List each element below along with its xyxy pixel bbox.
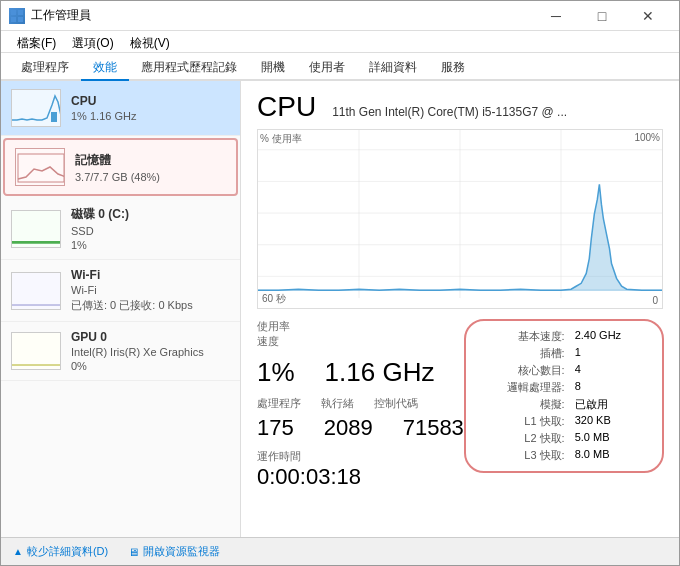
sidebar-item-gpu[interactable]: GPU 0 Intel(R) Iris(R) Xe Graphics 0% [1, 322, 240, 381]
disk-info: 磁碟 0 (C:) SSD 1% [71, 206, 230, 251]
wifi-speed: 已傳送: 0 已接收: 0 Kbps [71, 298, 230, 313]
speed-label: 速度 [257, 334, 290, 349]
handles-label: 控制代碼 [374, 396, 418, 411]
title-bar: 工作管理員 ─ □ ✕ [1, 1, 679, 31]
virt-label: 模擬: [478, 397, 565, 412]
sidebar-item-memory-wrapper: 記憶體 3.7/7.7 GB (48%) [1, 136, 240, 198]
cores-value: 4 [575, 363, 650, 378]
maximize-button[interactable]: □ [579, 1, 625, 31]
cpu-label: CPU [71, 94, 230, 108]
l3-label: L3 快取: [478, 448, 565, 463]
wifi-thumbnail [11, 272, 61, 310]
tab-app-history[interactable]: 應用程式歷程記錄 [129, 53, 249, 81]
minimize-button[interactable]: ─ [533, 1, 579, 31]
detail-header: CPU 11th Gen Intel(R) Core(TM) i5-1135G7… [257, 91, 663, 123]
tab-bar: 處理程序 效能 應用程式歷程記錄 開機 使用者 詳細資料 服務 [1, 53, 679, 81]
gpu-thumbnail [11, 332, 61, 370]
monitor-icon: 🖥 [128, 546, 139, 558]
handles-value: 71583 [403, 415, 464, 441]
specs-panel: 基本速度: 2.40 GHz 插槽: 1 核心數目: 4 邏輯處理器: 8 模擬… [464, 319, 664, 473]
chart-y-max: 100% [634, 132, 660, 143]
processes-value: 175 [257, 415, 294, 441]
uptime-value: 0:00:03:18 [257, 464, 361, 489]
chart-time-left: 60 秒 [262, 292, 286, 306]
collapse-link[interactable]: ▲ 較少詳細資料(D) [13, 544, 108, 559]
tab-processes[interactable]: 處理程序 [9, 53, 81, 81]
svg-rect-3 [18, 17, 23, 22]
sockets-value: 1 [575, 346, 650, 361]
resource-monitor-link[interactable]: 🖥 開啟資源監視器 [128, 544, 220, 559]
usage-label: 使用率 [257, 319, 290, 334]
tab-startup[interactable]: 開機 [249, 53, 297, 81]
sidebar-item-disk[interactable]: 磁碟 0 (C:) SSD 1% [1, 198, 240, 260]
cpu-usage: 1% 1.16 GHz [71, 110, 230, 122]
l2-value: 5.0 MB [575, 431, 650, 446]
tab-users[interactable]: 使用者 [297, 53, 357, 81]
menu-bar: 檔案(F) 選項(O) 檢視(V) [1, 31, 679, 53]
title-controls: ─ □ ✕ [533, 1, 671, 31]
cores-label: 核心數目: [478, 363, 565, 378]
memory-usage: 3.7/7.7 GB (48%) [75, 171, 226, 183]
l1-label: L1 快取: [478, 414, 565, 429]
tab-details[interactable]: 詳細資料 [357, 53, 429, 81]
cpu-chart: % 使用率 100% 60 秒 0 [257, 129, 663, 309]
disk-label: 磁碟 0 (C:) [71, 206, 230, 223]
menu-file[interactable]: 檔案(F) [9, 33, 64, 50]
gpu-info: GPU 0 Intel(R) Iris(R) Xe Graphics 0% [71, 330, 230, 372]
usage-value: 1% [257, 357, 295, 388]
sockets-label: 插槽: [478, 346, 565, 361]
disk-type: SSD [71, 225, 230, 237]
threads-label: 執行緒 [321, 396, 354, 411]
usage-speed-values: 1% 1.16 GHz [257, 357, 464, 388]
svg-rect-1 [18, 10, 23, 15]
logical-value: 8 [575, 380, 650, 395]
detail-title: CPU [257, 91, 316, 123]
memory-info: 記憶體 3.7/7.7 GB (48%) [75, 152, 226, 183]
virt-value: 已啟用 [575, 397, 650, 412]
usage-group: 使用率 速度 [257, 319, 290, 349]
menu-view[interactable]: 檢視(V) [122, 33, 178, 50]
wifi-info: Wi-Fi Wi-Fi 已傳送: 0 已接收: 0 Kbps [71, 268, 230, 313]
main-content: CPU 1% 1.16 GHz 記憶體 3.7/7.7 GB (48%) [1, 81, 679, 537]
usage-speed-row: 使用率 速度 [257, 319, 464, 349]
detail-panel: CPU 11th Gen Intel(R) Core(TM) i5-1135G7… [241, 81, 679, 537]
l2-label: L2 快取: [478, 431, 565, 446]
threads-value: 2089 [324, 415, 373, 441]
disk-usage: 1% [71, 239, 230, 251]
chart-svg [258, 130, 662, 308]
disk-thumbnail [11, 210, 61, 248]
uptime-label: 運作時間 [257, 449, 464, 464]
wifi-name: Wi-Fi [71, 284, 230, 296]
tab-performance[interactable]: 效能 [81, 53, 129, 81]
gpu-label: GPU 0 [71, 330, 230, 344]
chart-y-label: % 使用率 [260, 132, 302, 146]
chevron-down-icon: ▲ [13, 546, 23, 557]
memory-thumbnail [15, 148, 65, 186]
base-speed-value: 2.40 GHz [575, 329, 650, 344]
processes-label: 處理程序 [257, 396, 301, 411]
l1-value: 320 KB [575, 414, 650, 429]
speed-value: 1.16 GHz [325, 357, 435, 388]
sidebar-item-wifi[interactable]: Wi-Fi Wi-Fi 已傳送: 0 已接收: 0 Kbps [1, 260, 240, 322]
main-window: 工作管理員 ─ □ ✕ 檔案(F) 選項(O) 檢視(V) 處理程序 效能 應用… [0, 0, 680, 566]
sidebar: CPU 1% 1.16 GHz 記憶體 3.7/7.7 GB (48%) [1, 81, 241, 537]
detail-subtitle: 11th Gen Intel(R) Core(TM) i5-1135G7 @ .… [332, 105, 567, 119]
base-speed-label: 基本速度: [478, 329, 565, 344]
sidebar-item-cpu[interactable]: CPU 1% 1.16 GHz [1, 81, 240, 136]
menu-options[interactable]: 選項(O) [64, 33, 121, 50]
gpu-name: Intel(R) Iris(R) Xe Graphics [71, 346, 230, 358]
process-values-row: 175 2089 71583 [257, 415, 464, 441]
l3-value: 8.0 MB [575, 448, 650, 463]
title-bar-left: 工作管理員 [9, 7, 91, 24]
sidebar-item-memory[interactable]: 記憶體 3.7/7.7 GB (48%) [3, 138, 238, 196]
tab-services[interactable]: 服務 [429, 53, 477, 81]
close-button[interactable]: ✕ [625, 1, 671, 31]
logical-label: 邏輯處理器: [478, 380, 565, 395]
stats-left: 使用率 速度 1% 1.16 GHz 處理程序 執行緒 控制代碼 [257, 319, 464, 490]
stats-section: 使用率 速度 1% 1.16 GHz 處理程序 執行緒 控制代碼 [257, 319, 663, 490]
cpu-info: CPU 1% 1.16 GHz [71, 94, 230, 122]
chart-time-right: 0 [652, 295, 658, 306]
wifi-label: Wi-Fi [71, 268, 230, 282]
window-title: 工作管理員 [31, 7, 91, 24]
svg-rect-2 [11, 17, 16, 22]
